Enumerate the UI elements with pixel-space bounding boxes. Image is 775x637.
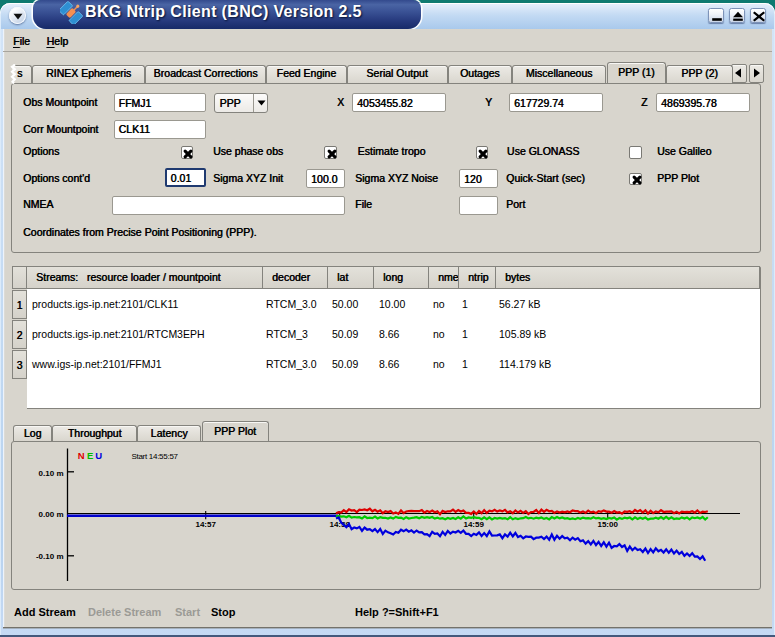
svg-text:-0.10 m: -0.10 m [36, 552, 64, 561]
svg-text:15:00: 15:00 [597, 519, 618, 528]
svg-text:U: U [95, 449, 102, 460]
svg-text:14:59: 14:59 [463, 519, 484, 528]
svg-text:14:57: 14:57 [195, 519, 216, 528]
svg-text:0.00 m: 0.00 m [39, 510, 64, 519]
svg-text:E: E [87, 449, 93, 460]
svg-text:N: N [78, 449, 85, 460]
svg-text:Start 14:55:57: Start 14:55:57 [131, 451, 178, 460]
svg-text:0.10 m: 0.10 m [39, 469, 64, 478]
